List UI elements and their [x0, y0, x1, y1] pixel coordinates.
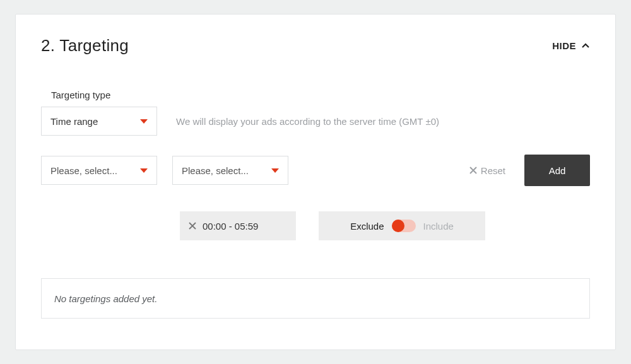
panel-title: 2. Targeting: [41, 36, 129, 56]
add-label: Add: [549, 165, 566, 176]
chip-and-toggle-row: 00:00 - 05:59 Exclude Include: [180, 211, 590, 240]
targeting-type-hint: We will display your ads according to th…: [176, 116, 439, 127]
targeting-type-select[interactable]: Time range: [41, 107, 157, 136]
toggle-knob: [392, 220, 404, 232]
close-icon: [469, 167, 477, 174]
chip-label: 00:00 - 05:59: [203, 221, 258, 232]
include-label: Include: [423, 221, 454, 232]
empty-state-box: No targetings added yet.: [41, 278, 590, 319]
caret-down-icon: [271, 168, 279, 173]
from-time-placeholder: Please, select...: [50, 165, 117, 176]
hide-button[interactable]: HIDE: [552, 40, 590, 51]
chevron-up-icon: [581, 42, 590, 50]
targeting-type-row: Time range We will display your ads acco…: [41, 107, 590, 136]
targeting-type-label: Targeting type: [51, 90, 590, 100]
caret-down-icon: [140, 168, 148, 173]
targeting-panel: 2. Targeting HIDE Targeting type Time ra…: [15, 14, 616, 350]
hide-label: HIDE: [552, 40, 576, 51]
caret-down-icon: [140, 119, 148, 124]
exclude-label: Exclude: [350, 221, 384, 232]
reset-label: Reset: [481, 165, 505, 176]
remove-chip-icon[interactable]: [189, 222, 196, 230]
to-time-select[interactable]: Please, select...: [172, 156, 288, 185]
from-time-select[interactable]: Please, select...: [41, 156, 157, 185]
add-button[interactable]: Add: [524, 155, 590, 186]
empty-state-text: No targetings added yet.: [54, 293, 157, 304]
toggle-switch[interactable]: [392, 220, 416, 232]
reset-button[interactable]: Reset: [469, 165, 505, 176]
targeting-type-value: Time range: [50, 116, 98, 127]
panel-header: 2. Targeting HIDE: [41, 36, 590, 56]
time-select-row: Please, select... Please, select... Rese…: [41, 155, 590, 186]
include-exclude-toggle: Exclude Include: [319, 211, 485, 240]
to-time-placeholder: Please, select...: [182, 165, 249, 176]
time-range-chip: 00:00 - 05:59: [180, 211, 296, 240]
